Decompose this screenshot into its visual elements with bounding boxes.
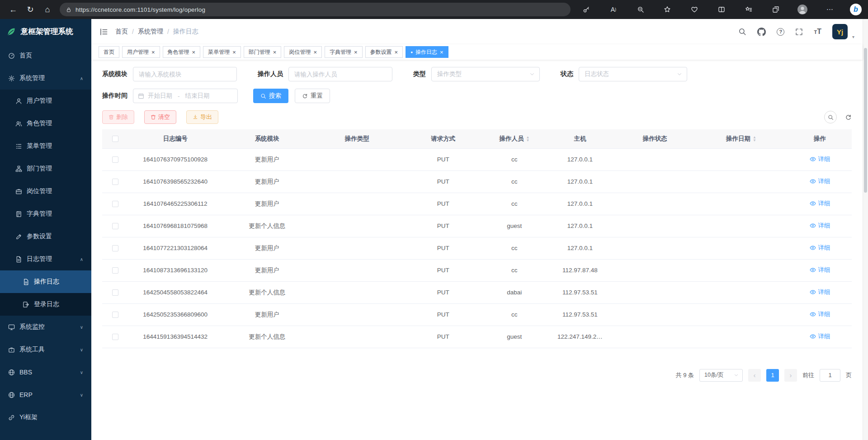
sort-control[interactable]: ▲▼ <box>526 136 529 142</box>
status-select[interactable]: 日志状态 <box>579 67 687 81</box>
tab-oper-log[interactable]: ● 操作日志 × <box>406 46 448 58</box>
sidebar-item-system-tools[interactable]: 系统工具 ∨ <box>0 338 91 361</box>
close-icon[interactable]: × <box>395 49 398 55</box>
goto-page-input[interactable] <box>820 369 840 382</box>
row-checkbox[interactable] <box>112 179 118 185</box>
page-1-button[interactable]: 1 <box>766 369 779 382</box>
row-checkbox[interactable] <box>112 267 118 274</box>
tab-dept-mgmt[interactable]: 部门管理 × <box>244 46 282 58</box>
close-icon[interactable]: × <box>192 49 196 55</box>
row-checkbox[interactable] <box>112 156 118 163</box>
sidebar-item-param-settings[interactable]: 参数设置 <box>0 225 91 248</box>
detail-link[interactable]: 详细 <box>810 310 830 318</box>
tab-role-mgmt[interactable]: 角色管理 × <box>163 46 201 58</box>
favorites-bar-icon[interactable] <box>742 3 755 16</box>
clear-button[interactable]: 清空 <box>144 110 176 124</box>
sidebar-item-home[interactable]: 首页 <box>0 44 91 67</box>
breadcrumb-system-mgmt[interactable]: 系统管理 <box>138 28 163 36</box>
detail-link[interactable]: 详细 <box>810 199 830 208</box>
module-input[interactable] <box>133 67 237 81</box>
read-aloud-icon[interactable]: A) <box>607 3 620 16</box>
tab-dict-mgmt[interactable]: 字典管理 × <box>325 46 363 58</box>
sidebar-item-system-mgmt[interactable]: 系统管理 ∧ <box>0 67 91 90</box>
sidebar-item-post-mgmt[interactable]: 岗位管理 <box>0 180 91 203</box>
close-icon[interactable]: × <box>440 49 443 55</box>
detail-link[interactable]: 详细 <box>810 288 830 296</box>
page-scrollbar[interactable] <box>863 19 868 440</box>
browser-more-icon[interactable]: ⋯ <box>823 3 836 16</box>
close-icon[interactable]: × <box>313 49 317 55</box>
avatar-caret-down-icon[interactable]: ▾ <box>852 34 854 39</box>
detail-link[interactable]: 详细 <box>810 266 830 274</box>
detail-link[interactable]: 详细 <box>810 222 830 230</box>
sidebar-item-user-mgmt[interactable]: 用户管理 <box>0 90 91 112</box>
font-size-icon[interactable]: TT <box>814 28 821 36</box>
sidebar-item-dict-mgmt[interactable]: 字典管理 <box>0 203 91 225</box>
tab-user-mgmt[interactable]: 用户管理 × <box>122 46 160 58</box>
select-all-checkbox[interactable] <box>112 136 118 142</box>
toggle-search-button[interactable] <box>824 111 837 123</box>
row-checkbox[interactable] <box>112 201 118 207</box>
fullscreen-icon[interactable] <box>795 28 803 36</box>
tab-menu-mgmt[interactable]: 菜单管理 × <box>203 46 241 58</box>
zoom-out-icon[interactable] <box>634 3 647 16</box>
close-icon[interactable]: × <box>273 49 277 55</box>
browser-essentials-icon[interactable] <box>688 3 701 16</box>
sidebar-item-yi-framework[interactable]: Yi框架 <box>0 406 91 429</box>
copilot-bing-icon[interactable]: b <box>850 4 862 15</box>
split-screen-icon[interactable] <box>715 3 728 16</box>
page-size-select[interactable]: 10条/页 <box>699 369 743 382</box>
export-button[interactable]: 导出 <box>186 110 218 124</box>
user-avatar[interactable]: Yj <box>832 24 848 39</box>
tab-post-mgmt[interactable]: 岗位管理 × <box>284 46 322 58</box>
detail-link[interactable]: 详细 <box>810 177 830 185</box>
prev-page-button[interactable]: ‹ <box>748 369 761 382</box>
reset-button[interactable]: 重置 <box>295 89 330 103</box>
sidebar-item-log-mgmt[interactable]: 日志管理 ∧ <box>0 248 91 270</box>
scrollbar-thumb[interactable] <box>864 48 867 193</box>
sidebar-item-dept-mgmt[interactable]: 部门管理 <box>0 157 91 180</box>
search-button[interactable]: 搜索 <box>253 89 288 103</box>
sidebar-item-system-monitor[interactable]: 系统监控 ∨ <box>0 316 91 338</box>
delete-button[interactable]: 删除 <box>102 110 134 124</box>
password-key-icon[interactable] <box>580 3 593 16</box>
detail-link[interactable]: 详细 <box>810 155 830 163</box>
profile-avatar[interactable] <box>796 3 809 16</box>
refresh-table-icon[interactable] <box>845 114 852 121</box>
browser-refresh-button[interactable]: ↻ <box>23 2 38 17</box>
sidebar-item-role-mgmt[interactable]: 角色管理 <box>0 112 91 135</box>
browser-back-button[interactable]: ← <box>5 2 21 17</box>
row-checkbox[interactable] <box>112 334 118 340</box>
search-icon[interactable] <box>738 28 746 36</box>
sidebar-item-erp[interactable]: ERP ∨ <box>0 383 91 406</box>
tab-home[interactable]: 首页 <box>99 46 119 58</box>
sort-control[interactable]: ▲▼ <box>753 136 756 142</box>
collections-icon[interactable] <box>769 3 783 16</box>
github-icon[interactable] <box>757 28 766 36</box>
row-checkbox[interactable] <box>112 289 118 296</box>
date-range-picker[interactable]: 开始日期 - 结束日期 <box>133 89 238 103</box>
row-checkbox[interactable] <box>112 223 118 229</box>
detail-link[interactable]: 详细 <box>810 244 830 252</box>
close-icon[interactable]: × <box>354 49 358 55</box>
detail-link[interactable]: 详细 <box>810 332 830 341</box>
toolbox-icon <box>8 346 15 353</box>
sidebar-item-menu-mgmt[interactable]: 菜单管理 <box>0 135 91 157</box>
sidebar-item-bbs[interactable]: BBS ∨ <box>0 361 91 383</box>
next-page-button[interactable]: › <box>784 369 797 382</box>
operator-input[interactable] <box>288 67 392 81</box>
type-select[interactable]: 操作类型 <box>431 67 540 81</box>
tab-param-settings[interactable]: 参数设置 × <box>365 46 403 58</box>
row-checkbox[interactable] <box>112 312 118 318</box>
address-bar[interactable]: https://ccnetcore.com:1101/system/log/op… <box>60 3 571 16</box>
sidebar-item-oper-log[interactable]: 操作日志 <box>0 270 91 293</box>
hamburger-menu-icon[interactable] <box>99 28 108 36</box>
close-icon[interactable]: × <box>151 49 155 55</box>
help-icon[interactable]: ? <box>777 28 784 36</box>
sidebar-item-login-log[interactable]: 登录日志 <box>0 293 91 316</box>
favorite-add-star-icon[interactable] <box>660 3 674 16</box>
close-icon[interactable]: × <box>232 49 236 55</box>
breadcrumb-home[interactable]: 首页 <box>115 28 128 36</box>
browser-home-button[interactable]: ⌂ <box>40 2 55 17</box>
row-checkbox[interactable] <box>112 245 118 251</box>
